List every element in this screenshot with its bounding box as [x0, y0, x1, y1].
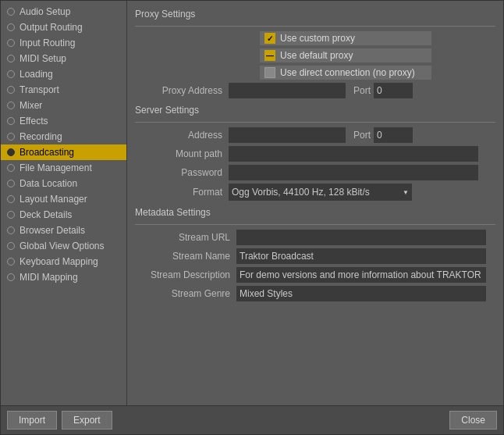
sidebar-dot-icon-loading: [5, 69, 16, 80]
sidebar-label-keyboard-mapping: Keyboard Mapping: [20, 256, 98, 267]
format-select[interactable]: Ogg Vorbis, 44100 Hz, 128 kBit/sMP3, 441…: [229, 184, 412, 201]
use-custom-proxy-row[interactable]: Use custom proxy: [260, 31, 495, 45]
sidebar-label-output-routing: Output Routing: [20, 22, 83, 33]
export-button[interactable]: Export: [62, 411, 112, 430]
use-direct-connection-container[interactable]: Use direct connection (no proxy): [260, 66, 431, 80]
stream-description-row: Stream Description: [135, 267, 495, 283]
sidebar-item-audio-setup[interactable]: Audio Setup: [1, 4, 126, 20]
proxy-port-input[interactable]: [374, 83, 413, 98]
stream-name-input[interactable]: [236, 248, 486, 264]
sidebar-item-layout-manager[interactable]: Layout Manager: [1, 191, 126, 207]
sidebar-item-browser-details[interactable]: Browser Details: [1, 223, 126, 238]
sidebar-item-file-management[interactable]: File Management: [1, 160, 126, 176]
format-row: Format Ogg Vorbis, 44100 Hz, 128 kBit/sM…: [135, 184, 495, 201]
sidebar-dot-icon-keyboard-mapping: [5, 256, 16, 267]
stream-name-row: Stream Name: [135, 248, 495, 264]
sidebar: Audio SetupOutput RoutingInput RoutingMI…: [1, 1, 127, 405]
import-button[interactable]: Import: [7, 411, 57, 430]
server-port-label: Port: [353, 130, 371, 141]
address-row: Address Port: [135, 127, 495, 143]
sidebar-dot-icon-file-management: [5, 162, 16, 173]
sidebar-dot-icon-recording: [5, 131, 16, 142]
close-button[interactable]: Close: [449, 411, 497, 430]
sidebar-label-recording: Recording: [20, 131, 62, 142]
sidebar-item-global-view-options[interactable]: Global View Options: [1, 238, 126, 254]
stream-description-label: Stream Description: [135, 269, 236, 280]
sidebar-item-keyboard-mapping[interactable]: Keyboard Mapping: [1, 254, 126, 269]
stream-description-input[interactable]: [236, 267, 486, 283]
use-default-proxy-row[interactable]: Use default proxy: [260, 48, 495, 62]
sidebar-dot-icon-deck-details: [5, 209, 16, 220]
sidebar-item-output-routing[interactable]: Output Routing: [1, 20, 126, 35]
mount-path-input[interactable]: [229, 146, 478, 162]
use-custom-proxy-label: Use custom proxy: [280, 33, 355, 44]
sidebar-label-transport: Transport: [20, 84, 59, 95]
proxy-settings-section: Proxy Settings Use custom proxy Use defa…: [135, 9, 495, 98]
sidebar-label-input-routing: Input Routing: [20, 37, 75, 48]
stream-url-input[interactable]: [236, 230, 486, 245]
sidebar-label-layout-manager: Layout Manager: [20, 194, 87, 205]
main-content: Audio SetupOutput RoutingInput RoutingMI…: [1, 1, 503, 405]
sidebar-label-browser-details: Browser Details: [20, 225, 85, 236]
stream-genre-input[interactable]: [236, 286, 486, 301]
sidebar-item-data-location[interactable]: Data Location: [1, 176, 126, 191]
use-direct-connection-checkbox[interactable]: [264, 67, 275, 78]
sidebar-item-input-routing[interactable]: Input Routing: [1, 35, 126, 51]
sidebar-dot-icon-audio-setup: [5, 6, 16, 17]
sidebar-item-effects[interactable]: Effects: [1, 113, 126, 129]
sidebar-item-broadcasting[interactable]: Broadcasting: [1, 144, 126, 160]
sidebar-label-midi-setup: MIDI Setup: [20, 53, 66, 64]
sidebar-item-loading[interactable]: Loading: [1, 66, 126, 82]
proxy-port-label: Port: [353, 85, 371, 96]
use-direct-connection-row[interactable]: Use direct connection (no proxy): [260, 66, 495, 80]
sidebar-label-file-management: File Management: [20, 162, 92, 173]
server-settings-section: Server Settings Address Port Mount path …: [135, 105, 495, 201]
use-custom-proxy-checkbox[interactable]: [264, 33, 275, 44]
format-label: Format: [135, 187, 229, 198]
stream-name-label: Stream Name: [135, 251, 236, 262]
sidebar-label-audio-setup: Audio Setup: [20, 6, 70, 17]
footer-left: Import Export: [7, 411, 112, 430]
use-default-proxy-container[interactable]: Use default proxy: [260, 48, 431, 62]
password-input[interactable]: [229, 165, 478, 180]
sidebar-dot-icon-effects: [5, 116, 16, 127]
address-label: Address: [135, 130, 229, 141]
password-label: Password: [135, 167, 229, 178]
sidebar-label-midi-mapping: MIDI Mapping: [20, 272, 78, 283]
sidebar-label-global-view-options: Global View Options: [20, 241, 105, 251]
metadata-settings-section: Metadata Settings Stream URL Stream Name…: [135, 207, 495, 301]
mount-path-row: Mount path: [135, 146, 495, 162]
stream-url-label: Stream URL: [135, 232, 236, 243]
sidebar-item-midi-setup[interactable]: MIDI Setup: [1, 51, 126, 66]
sidebar-dot-icon-output-routing: [5, 22, 16, 33]
app-container: Audio SetupOutput RoutingInput RoutingMI…: [0, 0, 504, 435]
sidebar-dot-icon-mixer: [5, 100, 16, 111]
sidebar-dot-icon-data-location: [5, 178, 16, 189]
sidebar-item-deck-details[interactable]: Deck Details: [1, 207, 126, 223]
sidebar-dot-icon-midi-mapping: [5, 272, 16, 283]
server-port-input[interactable]: [374, 127, 413, 143]
sidebar-dot-icon-transport: [5, 84, 16, 95]
proxy-address-input[interactable]: [229, 83, 346, 98]
sidebar-dot-icon-input-routing: [5, 37, 16, 48]
sidebar-item-recording[interactable]: Recording: [1, 129, 126, 144]
password-row: Password: [135, 165, 495, 180]
footer: Import Export Close: [1, 405, 503, 434]
sidebar-item-mixer[interactable]: Mixer: [1, 98, 126, 113]
sidebar-dot-icon-layout-manager: [5, 194, 16, 205]
sidebar-dot-icon-midi-setup: [5, 53, 16, 64]
sidebar-dot-icon-global-view-options: [5, 241, 16, 251]
sidebar-item-transport[interactable]: Transport: [1, 82, 126, 98]
format-select-wrapper: Ogg Vorbis, 44100 Hz, 128 kBit/sMP3, 441…: [229, 184, 412, 201]
proxy-address-label: Proxy Address: [135, 85, 229, 96]
use-direct-connection-label: Use direct connection (no proxy): [280, 67, 415, 78]
content-area: Proxy Settings Use custom proxy Use defa…: [127, 1, 503, 405]
use-custom-proxy-container[interactable]: Use custom proxy: [260, 31, 431, 45]
sidebar-item-midi-mapping[interactable]: MIDI Mapping: [1, 269, 126, 285]
address-input[interactable]: [229, 127, 346, 143]
server-settings-header: Server Settings: [135, 105, 495, 117]
sidebar-dot-icon-browser-details: [5, 225, 16, 236]
proxy-address-row: Proxy Address Port: [135, 83, 495, 98]
use-default-proxy-checkbox[interactable]: [264, 50, 275, 61]
use-default-proxy-label: Use default proxy: [280, 50, 353, 61]
